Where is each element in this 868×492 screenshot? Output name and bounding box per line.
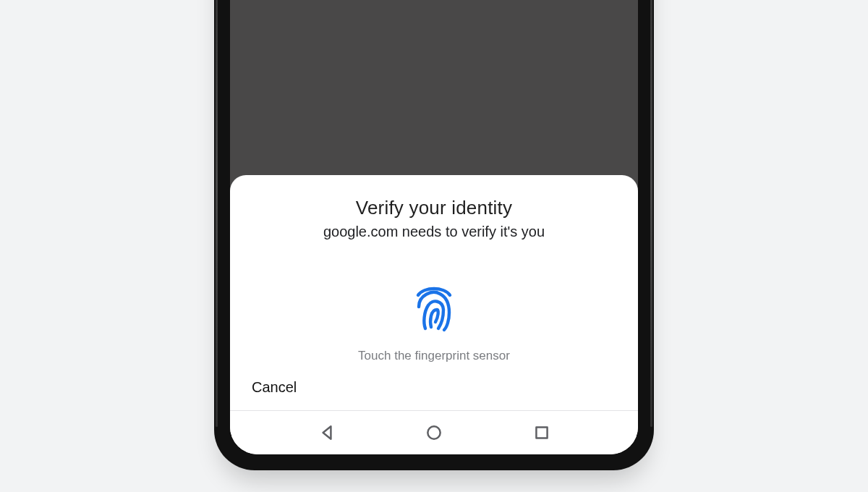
nav-recents-button[interactable] xyxy=(531,422,553,444)
svg-point-0 xyxy=(427,426,440,438)
phone-bezel: Verify your identity google.com needs to… xyxy=(214,0,654,470)
fingerprint-hint: Touch the fingerprint sensor xyxy=(358,349,510,363)
phone-frame: Verify your identity google.com needs to… xyxy=(214,0,654,470)
recents-square-icon xyxy=(532,423,551,442)
home-circle-icon xyxy=(425,423,443,442)
dialog-title: Verify your identity xyxy=(356,197,512,219)
biometric-dialog: Verify your identity google.com needs to… xyxy=(230,175,638,454)
fingerprint-icon xyxy=(408,282,460,337)
system-navbar xyxy=(230,411,638,454)
nav-home-button[interactable] xyxy=(423,422,445,444)
cancel-button[interactable]: Cancel xyxy=(230,363,318,410)
dialog-subtitle: google.com needs to verify it's you xyxy=(323,224,545,240)
phone-screen: Verify your identity google.com needs to… xyxy=(230,0,638,454)
back-triangle-icon xyxy=(318,423,336,442)
nav-back-button[interactable] xyxy=(316,422,338,444)
svg-rect-1 xyxy=(536,427,547,438)
